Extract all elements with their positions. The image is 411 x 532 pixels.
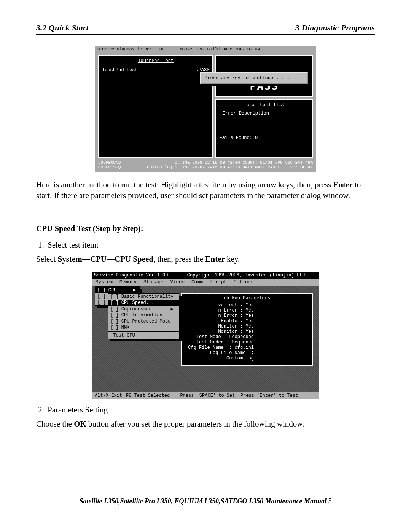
menu-comm[interactable]: Comm: [191, 280, 203, 285]
sub-coproc[interactable]: [ ] Coprocessor ▶: [108, 306, 179, 312]
shot2-titlebar: Service Diagnostic Ver 1.00 ..... Copyri…: [92, 272, 319, 279]
cpu-submenu[interactable]: [ ] Basic Functionality [ ] CPU Speed...…: [108, 293, 179, 339]
fail-title: Total Fail List: [219, 102, 309, 108]
status-stime: Custom.log S.TIME:2008-02-16 00:42:28 HA…: [147, 165, 313, 169]
menu-system[interactable]: System: [96, 280, 113, 285]
sub-protected[interactable]: [ ] CPU Protected Mode: [108, 318, 179, 324]
footer-page-number: 5: [327, 497, 332, 505]
menu-storage[interactable]: Storage: [143, 280, 164, 285]
paragraph-method: Here is another method to run the test: …: [36, 179, 375, 201]
run-parameters-panel: ch Run Parameters ve Test : Yes n Error …: [181, 293, 313, 366]
paragraph-ok: Choose the OK button after you set the p…: [36, 419, 375, 429]
sub-cpuinfo[interactable]: [ ] CPU Information: [108, 312, 179, 318]
touchpad-test-panel: TouchPad Test TouchPad Test :PASS: [98, 55, 213, 158]
fail-list-panel: Total Fail List Error Description Fails …: [215, 99, 313, 158]
fails-found: Fails Found: 0: [219, 135, 309, 141]
touchpad-item: TouchPad Test: [102, 67, 138, 73]
touchpad-panel-title: TouchPad Test: [102, 58, 209, 64]
step1-instruction: Select System—CPU—CPU Speed, then, press…: [36, 254, 375, 264]
menu-memory[interactable]: Memory: [119, 280, 137, 285]
screenshot-touchpad-test: Service Diagnostic Ver 1.00 .... Mouse T…: [95, 46, 316, 172]
shot1-titlebar: Service Diagnostic Ver 1.00 .... Mouse T…: [95, 46, 316, 52]
menu-periph[interactable]: Periph: [210, 280, 227, 285]
header-right: 3 Diagnostic Programs: [295, 23, 375, 33]
screenshot-cpu-menu: Service Diagnostic Ver 1.00 ..... Copyri…: [92, 272, 319, 399]
sub-footer: Test CPU: [108, 332, 179, 339]
menu-video[interactable]: Video: [170, 280, 185, 285]
status-loopbound: LOOPBOUND: [98, 160, 121, 165]
sys-cpu[interactable]: [ ] CPU ▶: [95, 287, 140, 293]
step-1: Select test item:: [46, 240, 375, 250]
fail-columns: Error Description: [219, 111, 309, 116]
status-ctime: C.TIME:2008-02-16 00:42:40 COUNT: 01/01 …: [175, 160, 313, 165]
header-left: 3.2 Quick Start: [36, 23, 89, 33]
press-key-dialog[interactable]: Press any key to continue . . .: [200, 72, 308, 84]
page-header: 3.2 Quick Start 3 Diagnostic Programs: [36, 23, 375, 35]
section-cpu-speed: CPU Speed Test (Step by Step):: [36, 224, 375, 233]
sub-basic[interactable]: [ ] Basic Functionality: [108, 294, 179, 300]
menu-options[interactable]: Options: [234, 280, 254, 285]
run-header: ch Run Parameters: [224, 296, 270, 301]
footer-book-title: Satellite L350,Satellite Pro L350, EQUIU…: [79, 497, 327, 505]
sub-mmx[interactable]: [ ] MMX: [108, 324, 179, 331]
press-key-text: Press any key to continue . . .: [205, 75, 290, 81]
page-footer: Satellite L350,Satellite Pro L350, EQUIU…: [36, 494, 375, 505]
sub-cpu-speed[interactable]: [ ] CPU Speed...: [108, 300, 179, 306]
status-order: ORDER:SEQ: [98, 165, 121, 169]
main-menu-bar[interactable]: System Memory Storage Video Comm Periph …: [92, 279, 319, 286]
step-2: Parameters Setting: [46, 405, 375, 415]
shot2-statusbar: Alt-X Exit F8 Test Selected | Press 'SPA…: [92, 392, 319, 399]
